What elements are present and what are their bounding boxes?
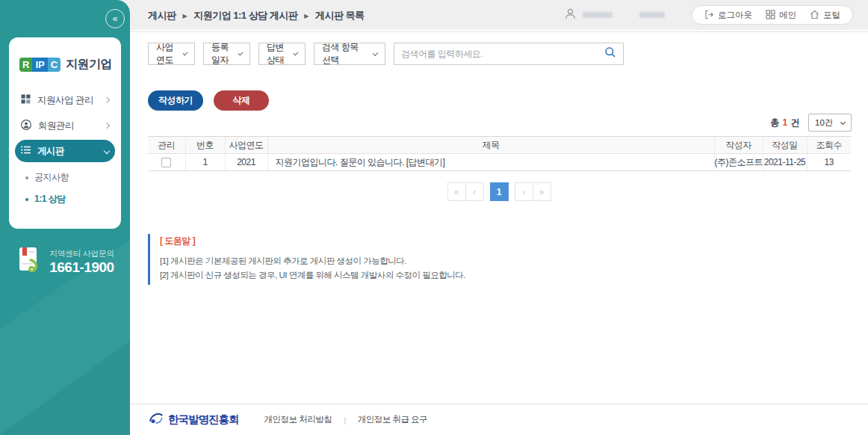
- row-views: 13: [807, 154, 851, 171]
- row-title-link[interactable]: 지원기업입니다. 질문이 있습니다. [답변대기]: [267, 154, 714, 171]
- kipa-swoosh-icon: [149, 411, 164, 429]
- filter-select-field[interactable]: 검색 항목 선택: [314, 43, 385, 65]
- footer-link-separator: |: [344, 416, 346, 425]
- sidebar-item-label: 회원관리: [38, 120, 74, 132]
- chevron-down-icon: [840, 119, 846, 124]
- page-next-button[interactable]: ›: [515, 182, 533, 201]
- list-icon: [21, 146, 31, 156]
- help-title: [ 도움말 ]: [160, 235, 868, 247]
- chevron-down-icon: [294, 50, 299, 55]
- filter-select-regdate[interactable]: 등록일자: [203, 43, 250, 65]
- write-button[interactable]: 작성하기: [148, 90, 203, 111]
- total-count: 총 1 건: [770, 117, 799, 129]
- logo-block-ip: IP: [32, 58, 47, 72]
- page-size-value: 10건: [815, 117, 833, 129]
- sidebar-item-business-mgmt[interactable]: 지원사업 관리: [15, 89, 115, 111]
- logo-title: 지원기업: [66, 57, 112, 72]
- sidebar-subitem-consult[interactable]: 1:1 상담: [9, 188, 121, 210]
- breadcrumb-item[interactable]: 게시판: [148, 9, 176, 22]
- page-current[interactable]: 1: [490, 182, 509, 201]
- col-header-manage: 관리: [148, 137, 185, 154]
- row-no: 1: [185, 154, 225, 171]
- footer-org-name: 한국발명진흥회: [168, 413, 239, 427]
- row-checkbox-cell: [148, 154, 185, 171]
- privacy-policy-link[interactable]: 개인정보 처리방침: [264, 414, 332, 425]
- help-panel: [ 도움말 ] [1] 게시판은 기본제공된 게시판외 추가로 게시판 생성이 …: [148, 234, 868, 285]
- filter-select-year[interactable]: 사업연도: [148, 43, 195, 65]
- col-header-year: 사업연도: [225, 137, 267, 154]
- pagination-back-group: « ‹: [447, 182, 484, 201]
- phone-doc-icon: [16, 245, 43, 278]
- col-header-title: 제목: [267, 137, 714, 154]
- filter-select-label: 등록일자: [211, 41, 232, 67]
- col-header-date: 작성일: [763, 137, 807, 154]
- sidebar-subitem-label: 공지사항: [34, 171, 69, 184]
- chevron-down-icon: [104, 148, 110, 154]
- sidebar-item-label: 게시판: [37, 145, 64, 158]
- sidebar-submenu: 공지사항 1:1 상담: [9, 167, 121, 210]
- col-header-no: 번호: [185, 137, 225, 154]
- footer-logo: 한국발명진흥회: [149, 411, 239, 429]
- toolbar: 작성하기 삭제: [130, 65, 868, 111]
- app-logo: R IP C 지원기업: [9, 57, 121, 72]
- pagination-forward-group: › »: [515, 182, 551, 201]
- row-writer: (주)존소프트웨이: [714, 154, 763, 171]
- total-number: 1: [781, 117, 788, 128]
- chevron-right-icon: [104, 97, 110, 103]
- grid-icon: [21, 94, 31, 106]
- search-input[interactable]: [401, 49, 604, 59]
- page-last-button[interactable]: »: [533, 182, 551, 201]
- chevron-down-icon: [373, 50, 379, 56]
- sidebar-subitem-label: 1:1 상담: [34, 193, 66, 206]
- footer-links: 개인정보 처리방침 | 개인정보 취급 요구: [264, 414, 428, 425]
- board-table: 관리 번호 사업연도 제목 작성자 작성일 조회수 1 2021 지원기업입니다…: [148, 136, 851, 171]
- bullet-icon: [25, 176, 28, 179]
- row-year: 2021: [225, 154, 267, 171]
- page-size-select[interactable]: 10건: [808, 114, 852, 132]
- app-window: 로그아웃 메인 포털 «: [0, 0, 868, 435]
- help-line: [2] 게시판이 신규 생성되는 경우, UI 연계를 위해 시스템 개발사의 …: [160, 268, 868, 283]
- row-checkbox[interactable]: [161, 158, 171, 167]
- breadcrumb-separator: ▶: [304, 13, 309, 19]
- total-suffix: 건: [791, 117, 800, 128]
- list-summary: 총 1 건 10건: [130, 111, 868, 136]
- sidebar-subitem-notice[interactable]: 공지사항: [9, 167, 121, 188]
- contact-label: 지역센터 사업문의: [49, 248, 114, 259]
- breadcrumb-item[interactable]: 게시판 목록: [315, 9, 365, 22]
- delete-button[interactable]: 삭제: [214, 90, 269, 111]
- search-icon[interactable]: [604, 46, 616, 61]
- ripc-logo: R IP C: [19, 58, 61, 72]
- sidebar-item-board[interactable]: 게시판: [15, 140, 115, 162]
- breadcrumb-item[interactable]: 지원기업 1:1 상담 게시판: [193, 9, 297, 22]
- sidebar-collapse-button[interactable]: «: [105, 9, 125, 28]
- contact-text: 지역센터 사업문의 1661-1900: [49, 248, 114, 276]
- breadcrumb: 게시판 ▶ 지원기업 1:1 상담 게시판 ▶ 게시판 목록: [130, 0, 868, 32]
- bullet-icon: [25, 198, 28, 201]
- sidebar: « R IP C 지원기업 지원사업 관리: [0, 0, 130, 435]
- privacy-request-link[interactable]: 개인정보 취급 요구: [358, 414, 427, 425]
- pagination: « ‹ 1 › »: [130, 182, 868, 201]
- chevron-down-icon: [183, 50, 188, 55]
- filter-bar: 사업연도 등록일자 답변상태 검색 항목 선택: [130, 32, 868, 65]
- sidebar-card: R IP C 지원기업 지원사업 관리: [9, 37, 121, 229]
- breadcrumb-separator: ▶: [183, 13, 187, 19]
- help-line: [1] 게시판은 기본제공된 게시판외 추가로 게시판 생성이 가능합니다.: [160, 254, 868, 268]
- contact-phone: 1661-1900: [49, 259, 114, 276]
- sidebar-item-label: 지원사업 관리: [37, 94, 93, 107]
- chevron-down-icon: [238, 50, 244, 55]
- col-header-views: 조회수: [807, 137, 851, 154]
- user-icon: [21, 120, 31, 132]
- filter-select-label: 사업연도: [156, 41, 176, 67]
- col-header-writer: 작성자: [714, 137, 763, 154]
- logo-block-r: R: [19, 58, 32, 72]
- page-first-button[interactable]: «: [447, 182, 466, 201]
- sidebar-item-member-mgmt[interactable]: 회원관리: [15, 114, 115, 137]
- chevron-right-icon: [104, 123, 110, 129]
- total-prefix: 총: [770, 117, 779, 128]
- filter-select-status[interactable]: 답변상태: [258, 43, 306, 65]
- table-row: 1 2021 지원기업입니다. 질문이 있습니다. [답변대기] (주)존소프트…: [148, 154, 851, 171]
- logo-block-c: C: [48, 58, 61, 72]
- sidebar-menu: 지원사업 관리 회원관리 게시판: [9, 89, 121, 210]
- page-prev-button[interactable]: ‹: [465, 182, 484, 201]
- filter-select-label: 검색 항목 선택: [322, 41, 366, 67]
